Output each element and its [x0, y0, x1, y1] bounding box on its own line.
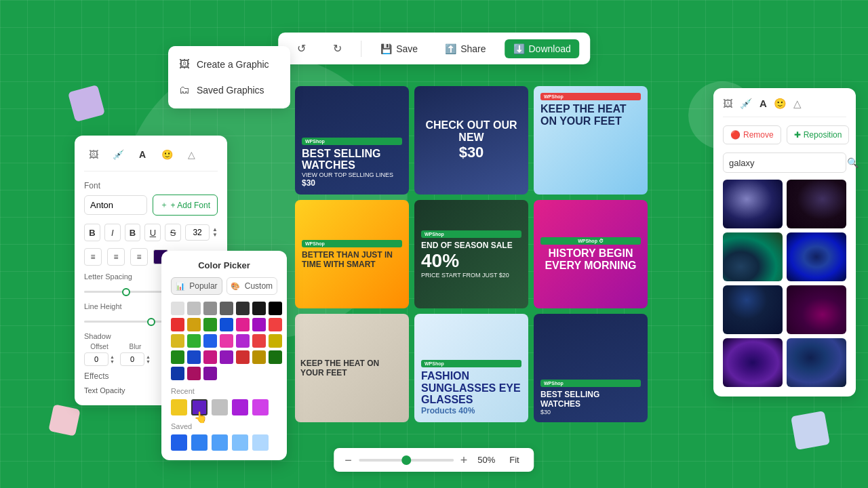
rp-tab-image[interactable]: 🖼 [723, 98, 733, 110]
italic-button[interactable]: I [104, 224, 121, 241]
result-image-8[interactable] [787, 338, 846, 387]
result-image-5[interactable] [723, 285, 783, 334]
rp-tab-emoji[interactable]: 🙂 [774, 98, 787, 110]
offset-down[interactable]: ▼ [110, 359, 115, 364]
table-row[interactable]: WPShop BETTER THAN JUST IN TIME WITH SMA… [295, 200, 409, 308]
zoom-fit-button[interactable]: Fit [505, 453, 523, 466]
color-cell[interactable] [203, 334, 217, 348]
bold-alt-button[interactable]: B [125, 224, 141, 241]
create-graphic-item[interactable]: 🖼 Create a Graphic [168, 52, 290, 77]
color-cell[interactable] [236, 334, 250, 348]
table-row[interactable]: WPShop END OF SEASON SALE 40% PRICE STAR… [414, 200, 528, 308]
color-cell[interactable] [252, 302, 266, 315]
color-cell[interactable] [171, 334, 184, 348]
underline-button[interactable]: U [144, 224, 161, 241]
color-cell[interactable] [171, 367, 184, 380]
color-cell[interactable] [187, 367, 201, 380]
tab-custom[interactable]: 🎨 Custom [226, 277, 278, 295]
color-cell[interactable] [252, 318, 266, 331]
color-cell[interactable] [236, 350, 250, 364]
color-cell[interactable] [203, 302, 217, 315]
recent-swatch-3[interactable] [212, 399, 228, 415]
tab-eyedropper[interactable]: 💉 [108, 145, 127, 164]
tab-shape[interactable]: △ [182, 145, 201, 164]
font-select[interactable]: Anton Arial Roboto [84, 195, 147, 215]
color-cell[interactable] [187, 318, 201, 331]
blur-down[interactable]: ▼ [146, 359, 151, 364]
color-cell[interactable] [269, 318, 282, 331]
add-font-button[interactable]: ＋ + Add Font [153, 195, 218, 216]
color-cell[interactable] [187, 350, 201, 364]
blur-input[interactable] [120, 352, 144, 366]
align-right-button[interactable]: ≡ [130, 248, 148, 266]
save-button[interactable]: 💾 Save [372, 39, 426, 58]
zoom-slider[interactable] [359, 459, 454, 462]
table-row[interactable]: WPShop BEST SELLING WATCHES VIEW OUR TOP… [295, 86, 409, 195]
result-image-1[interactable] [723, 180, 783, 228]
color-cell[interactable] [171, 350, 184, 364]
color-cell[interactable] [220, 318, 233, 331]
color-cell[interactable] [220, 334, 233, 348]
tab-popular[interactable]: 📊 Popular [171, 277, 222, 295]
color-cell[interactable] [220, 302, 233, 315]
rp-tab-shape[interactable]: △ [793, 98, 802, 110]
strikethrough-button[interactable]: S [165, 224, 181, 241]
size-down-arrow[interactable]: ▼ [212, 232, 218, 238]
color-cell[interactable] [252, 334, 266, 348]
tab-text[interactable]: A [133, 145, 152, 164]
share-button[interactable]: ⬆️ Share [437, 39, 494, 58]
color-cell[interactable] [252, 350, 266, 364]
color-cell[interactable] [269, 302, 282, 315]
color-cell[interactable] [236, 302, 250, 315]
table-row[interactable]: WPShop KEEP THE HEAT ON YOUR FEET [534, 86, 648, 195]
color-cell[interactable] [203, 350, 217, 364]
color-cell[interactable] [203, 367, 217, 380]
color-cell[interactable] [171, 318, 184, 331]
recent-swatch-2[interactable]: 👆 [191, 399, 208, 415]
recent-swatch-1[interactable] [171, 399, 187, 415]
offset-up[interactable]: ▲ [110, 354, 115, 359]
result-image-2[interactable] [787, 180, 846, 228]
recent-swatch-5[interactable] [252, 399, 269, 415]
rp-tab-text[interactable]: A [760, 98, 767, 110]
remove-button[interactable]: 🔴 Remove [723, 125, 781, 144]
download-button[interactable]: ⬇️ Download [505, 39, 579, 58]
result-image-3[interactable] [723, 232, 783, 281]
table-row[interactable]: CHECK OUT OUR NEW $30 [414, 86, 528, 195]
redo-button[interactable]: ↻ [325, 38, 350, 59]
saved-swatch-5[interactable] [252, 434, 269, 451]
result-image-4[interactable] [787, 232, 846, 281]
table-row[interactable]: KEEP THE HEAT ON YOUR FEET [295, 314, 409, 422]
color-cell[interactable] [220, 350, 233, 364]
bold-button[interactable]: B [84, 224, 100, 241]
table-row[interactable]: WPShop FASHION SUNGLASSES EYE GLASSES Pr… [414, 314, 528, 422]
saved-swatch-4[interactable] [232, 434, 248, 451]
align-center-button[interactable]: ≡ [107, 248, 125, 266]
table-row[interactable]: WPShop BEST SELLING WATCHES $30 [534, 314, 648, 422]
saved-graphics-item[interactable]: 🗂 Saved Graphics [168, 77, 290, 103]
align-left-button[interactable]: ≡ [84, 248, 102, 266]
color-cell[interactable] [187, 302, 201, 315]
result-image-6[interactable] [787, 285, 846, 334]
search-input[interactable] [729, 158, 843, 168]
tab-emoji[interactable]: 🙂 [157, 145, 176, 164]
recent-swatch-4[interactable] [232, 399, 248, 415]
rp-tab-eyedropper[interactable]: 💉 [740, 98, 753, 110]
table-row[interactable]: WPShop ⏱ HISTORY BEGIN EVERY MORNING [534, 200, 648, 308]
result-image-7[interactable] [723, 338, 783, 387]
font-size-input[interactable] [185, 224, 210, 241]
saved-swatch-1[interactable] [171, 434, 187, 451]
zoom-in-button[interactable]: + [460, 454, 468, 466]
saved-swatch-3[interactable] [212, 434, 228, 451]
saved-swatch-2[interactable] [191, 434, 208, 451]
blur-up[interactable]: ▲ [146, 354, 151, 359]
zoom-out-button[interactable]: − [344, 454, 352, 466]
color-cell[interactable] [171, 302, 184, 315]
color-cell[interactable] [203, 318, 217, 331]
undo-button[interactable]: ↺ [289, 38, 314, 59]
tab-image[interactable]: 🖼 [84, 145, 103, 164]
offset-input[interactable] [84, 352, 108, 366]
color-cell[interactable] [269, 334, 282, 348]
color-cell[interactable] [269, 350, 282, 364]
reposition-button[interactable]: ✚ Reposition [787, 125, 850, 144]
